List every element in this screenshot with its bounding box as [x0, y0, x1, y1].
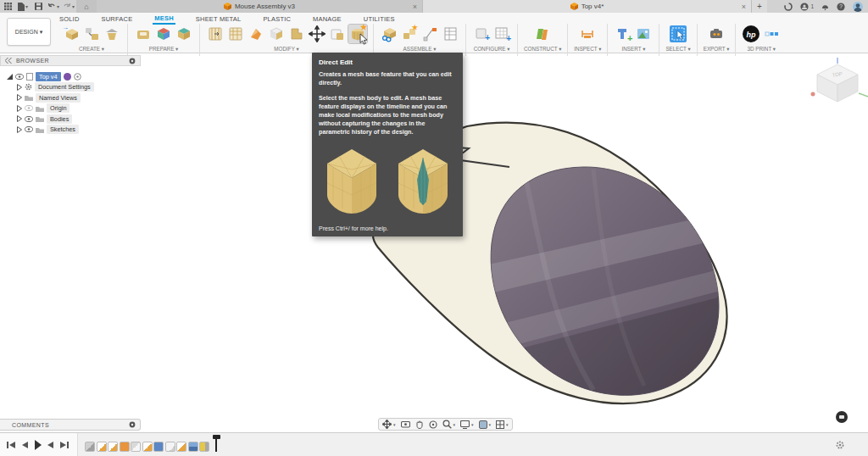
visibility-eye-icon[interactable]	[25, 105, 33, 111]
remesh-icon[interactable]	[206, 25, 225, 43]
expand-triangle-icon[interactable]	[17, 94, 22, 101]
group-label[interactable]: ASSEMBLE ▾	[403, 46, 437, 52]
visibility-eye-icon[interactable]	[25, 126, 33, 132]
timeline-feature-surface[interactable]	[165, 442, 175, 452]
close-icon[interactable]: ×	[742, 3, 746, 11]
timeline-feature-sketch[interactable]	[97, 442, 107, 452]
repair-mesh-icon[interactable]	[134, 25, 153, 43]
timeline-feature-combine[interactable]	[188, 442, 198, 452]
export-icon[interactable]	[707, 25, 726, 43]
browser-item-named-views[interactable]: Named Views	[0, 92, 141, 103]
orbit-icon[interactable]	[429, 420, 437, 429]
construct-plane-icon[interactable]	[533, 25, 552, 43]
root-component-label[interactable]: Top v4	[36, 72, 61, 81]
go-to-end-icon[interactable]	[60, 441, 69, 449]
zoom-icon[interactable]: ▾	[442, 420, 456, 429]
timeline-feature-sketch[interactable]	[142, 442, 153, 452]
look-at-icon[interactable]	[401, 420, 410, 428]
group-label[interactable]: 3D PRINT ▾	[748, 46, 776, 52]
hp-logo-icon[interactable]: hp	[742, 25, 760, 43]
tab-mesh[interactable]: MESH	[153, 13, 175, 25]
plane-cut-icon[interactable]	[287, 25, 306, 43]
timeline-position-marker[interactable]	[213, 435, 220, 452]
visibility-eye-icon[interactable]	[15, 74, 24, 80]
display-settings-icon[interactable]: ▾	[479, 420, 492, 429]
group-label[interactable]: CONSTRUCT ▾	[524, 46, 561, 52]
panel-options-icon[interactable]	[129, 421, 136, 428]
insert-mesh-icon[interactable]: →	[62, 25, 81, 43]
timeline-settings-gear-icon[interactable]	[836, 441, 844, 449]
redo-icon[interactable]: ▾	[61, 0, 76, 13]
browser-item-label[interactable]: Origin	[47, 103, 70, 113]
reduce-icon[interactable]	[226, 25, 245, 43]
step-forward-icon[interactable]	[47, 441, 54, 449]
group-label[interactable]: CREATE ▾	[79, 46, 104, 52]
collapse-panel-icon[interactable]	[5, 58, 12, 64]
erase-and-fill-icon[interactable]	[247, 25, 265, 43]
timeline-feature-form[interactable]	[120, 442, 130, 452]
browser-item-label[interactable]: Sketches	[47, 125, 79, 134]
print-utility-icon[interactable]	[762, 25, 781, 43]
configuration-table-icon[interactable]: +	[492, 25, 511, 43]
pan-icon[interactable]: ▾	[382, 420, 396, 429]
group-label[interactable]: PREPARE ▾	[149, 46, 179, 52]
tab-solid[interactable]: SOLID	[58, 14, 81, 24]
expand-triangle-icon[interactable]	[7, 74, 13, 80]
create-mesh-icon[interactable]	[82, 25, 101, 43]
group-label[interactable]: EXPORT ▾	[704, 46, 730, 52]
feedback-chat-button[interactable]	[836, 411, 848, 423]
go-to-start-icon[interactable]	[7, 441, 15, 449]
joint-icon[interactable]: ★	[400, 25, 419, 43]
close-icon[interactable]: ×	[413, 3, 417, 11]
as-built-joint-icon[interactable]	[420, 25, 439, 43]
expand-triangle-icon[interactable]	[17, 126, 22, 133]
document-tab-mouse-assembly[interactable]: Mouse Assembly v3 ×	[97, 0, 423, 13]
collaboration-icon[interactable]	[800, 3, 809, 11]
expand-triangle-icon[interactable]	[17, 105, 22, 112]
direct-edit-icon[interactable]: ★	[348, 25, 367, 43]
browser-item-label[interactable]: Bodies	[47, 114, 72, 124]
timeline-feature-mesh-base[interactable]	[85, 442, 95, 452]
browser-item-origin[interactable]: Origin	[0, 103, 141, 114]
timeline-feature-body[interactable]	[153, 442, 164, 452]
panel-options-icon[interactable]	[129, 58, 136, 64]
extensions-icon[interactable]	[784, 3, 793, 11]
insert-derive-icon[interactable]: +	[614, 25, 632, 43]
viewports-icon[interactable]: ▾	[496, 420, 509, 429]
app-grid-icon[interactable]	[0, 0, 15, 13]
timeline-feature-modify[interactable]	[131, 442, 141, 452]
browser-root-row[interactable]: Top v4	[0, 71, 141, 82]
browser-item-label[interactable]: Document Settings	[35, 82, 94, 92]
browser-item-sketches[interactable]: Sketches	[0, 125, 141, 136]
timeline-feature-sketch[interactable]	[176, 442, 186, 452]
expand-triangle-icon[interactable]	[17, 84, 22, 91]
measure-icon[interactable]	[578, 25, 597, 43]
timeline-feature-sketch[interactable]	[108, 442, 118, 452]
user-avatar[interactable]	[853, 2, 863, 12]
replace-face-icon[interactable]	[328, 25, 347, 43]
group-label[interactable]: SELECT ▾	[665, 46, 690, 52]
fit-view-icon[interactable]: ▾	[460, 420, 474, 429]
new-tab-button[interactable]: +	[752, 0, 767, 13]
smooth-icon[interactable]	[267, 25, 286, 43]
group-label[interactable]: INSPECT ▾	[574, 46, 601, 52]
new-component-icon[interactable]	[380, 25, 398, 43]
face-groups-icon[interactable]	[154, 25, 173, 43]
configure-icon[interactable]: +	[472, 25, 491, 43]
browser-item-label[interactable]: Named Views	[36, 93, 81, 103]
group-label[interactable]: MODIFY ▾	[274, 46, 298, 52]
parts-list-icon[interactable]	[441, 25, 459, 43]
undo-icon[interactable]: ▾	[46, 0, 61, 13]
pan-hand-icon[interactable]	[415, 420, 424, 429]
workspace-selector[interactable]: DESIGN ▾	[7, 18, 51, 46]
save-icon[interactable]	[31, 0, 46, 13]
insert-canvas-icon[interactable]	[634, 25, 653, 43]
step-back-icon[interactable]	[21, 441, 28, 449]
help-icon[interactable]: ?	[837, 3, 845, 11]
group-label[interactable]: CONFIGURE ▾	[474, 46, 510, 52]
notifications-bell-icon[interactable]	[821, 3, 829, 11]
select-icon[interactable]	[669, 25, 687, 43]
visibility-eye-icon[interactable]	[25, 116, 33, 122]
tab-surface[interactable]: SURFACE	[100, 14, 135, 24]
browser-item-bodies[interactable]: Bodies	[0, 114, 141, 125]
